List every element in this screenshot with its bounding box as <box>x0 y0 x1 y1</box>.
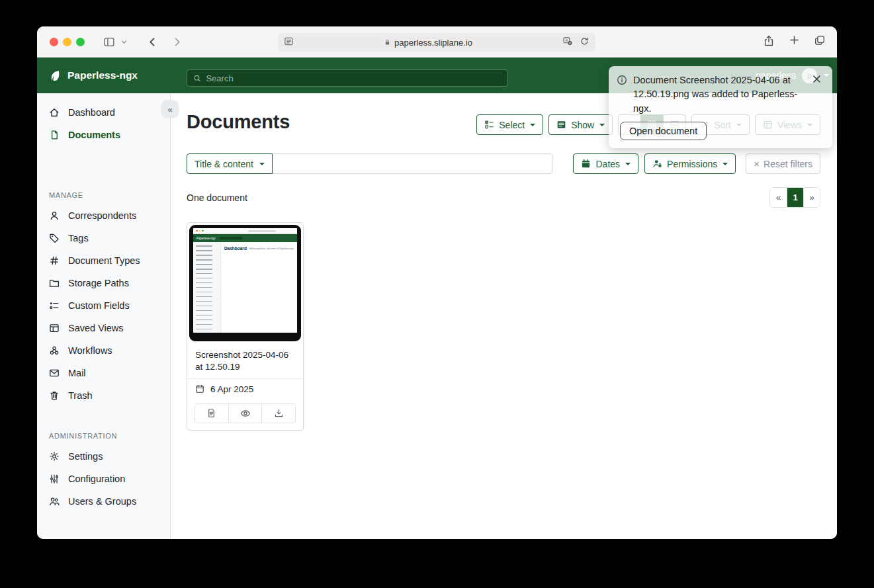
workflows-icon <box>49 345 60 356</box>
trash-icon <box>49 390 60 401</box>
show-fields-icon <box>556 120 566 130</box>
custom-fields-icon <box>49 300 60 311</box>
browser-chrome: paperless.sliplane.io A <box>37 26 837 58</box>
select-dropdown-button[interactable]: Select <box>476 114 543 135</box>
document-count: One document <box>187 192 247 203</box>
home-icon <box>49 107 60 118</box>
sidebar-item-mail[interactable]: Mail <box>37 362 170 384</box>
sidebar-item-settings[interactable]: Settings <box>37 445 170 468</box>
gear-icon <box>49 451 60 462</box>
search-input[interactable] <box>206 73 502 83</box>
document-date-row: 6 Apr 2025 <box>187 378 303 399</box>
document-thumbnail[interactable]: Paperless-ngx Dashboard Hello paperless,… <box>189 225 301 341</box>
sidebar-item-trash[interactable]: Trash <box>37 384 170 407</box>
sidebar-item-custom-fields[interactable]: Custom Fields <box>37 294 170 317</box>
share-icon[interactable] <box>763 34 775 50</box>
calendar-icon <box>195 384 204 394</box>
person-lock-icon <box>652 159 662 169</box>
toast-close-button[interactable] <box>810 72 824 88</box>
pagination-page-1[interactable]: 1 <box>787 188 803 207</box>
tag-icon <box>49 233 60 243</box>
thumbnail-welcome-text: Hello paperless, welcome to Paperless-ng… <box>249 247 294 250</box>
person-icon <box>49 210 60 221</box>
sidebar-item-tags[interactable]: Tags <box>37 227 170 249</box>
reload-icon[interactable] <box>580 36 590 48</box>
chevron-down-icon <box>530 124 535 126</box>
download-document-button[interactable] <box>261 404 295 423</box>
sidebar-item-configuration[interactable]: Configuration <box>37 468 170 490</box>
sidebar-item-label: Custom Fields <box>68 300 130 311</box>
sidebar-item-label: Mail <box>68 368 86 378</box>
forward-button[interactable] <box>171 36 183 48</box>
sidebar-item-label: Correspondents <box>68 210 136 221</box>
title-content-search-input[interactable] <box>273 153 553 174</box>
preview-document-button[interactable] <box>228 404 262 423</box>
sidebar-toggle-icon[interactable] <box>103 36 116 48</box>
search-icon <box>193 74 201 83</box>
pagination-prev-button[interactable]: « <box>770 188 787 207</box>
select-checks-icon <box>484 120 494 130</box>
tab-group-chevron-icon[interactable] <box>120 38 128 46</box>
browser-window: paperless.sliplane.io A <box>37 26 837 539</box>
app-logo[interactable]: Paperless-ngx <box>48 69 138 82</box>
toast-message: Document Screenshot 2025-04-06 at 12.50.… <box>633 73 807 116</box>
calendar-icon <box>581 159 591 169</box>
back-button[interactable] <box>147 36 158 48</box>
pagination: « 1 » <box>769 187 820 208</box>
sidebar-item-dashboard[interactable]: Dashboard <box>37 101 170 124</box>
sidebar-item-label: Document Types <box>68 255 140 266</box>
chevron-down-icon <box>259 163 265 165</box>
translate-icon[interactable]: A <box>562 36 573 48</box>
folder-icon <box>49 278 60 288</box>
close-icon <box>811 73 822 85</box>
minimize-window-button[interactable] <box>63 38 71 46</box>
address-bar[interactable]: paperless.sliplane.io A <box>278 33 595 52</box>
tab-overview-icon[interactable] <box>814 34 826 50</box>
permissions-dropdown-button[interactable]: Permissions <box>644 153 736 174</box>
document-card: Paperless-ngx Dashboard Hello paperless,… <box>187 222 304 431</box>
sidebar-item-users-groups[interactable]: Users & Groups <box>37 490 170 513</box>
sidebar-item-label: Settings <box>68 451 103 462</box>
new-tab-icon[interactable] <box>789 34 800 50</box>
document-actions <box>195 403 296 423</box>
sidebar-item-saved-views[interactable]: Saved Views <box>37 317 170 339</box>
documents-icon <box>49 130 60 140</box>
people-icon <box>49 496 60 507</box>
sidebar: « Dashboard Documents MANAGE Corresponde… <box>37 93 171 539</box>
open-document-button[interactable]: Open document <box>620 122 707 140</box>
edit-document-button[interactable] <box>195 404 228 423</box>
close-window-button[interactable] <box>50 38 58 46</box>
lock-icon <box>384 38 391 46</box>
sidebar-item-label: Trash <box>68 390 93 401</box>
sidebar-collapse-button[interactable]: « <box>161 101 179 118</box>
sidebar-section-administration: ADMINISTRATION <box>49 432 158 440</box>
thumbnail-app-header: Paperless-ngx <box>193 234 297 242</box>
zoom-window-button[interactable] <box>76 38 85 46</box>
sidebar-item-document-types[interactable]: Document Types <box>37 249 170 272</box>
sidebar-item-label: Configuration <box>68 474 125 484</box>
sidebar-item-label: Users & Groups <box>68 496 136 507</box>
document-title-link[interactable]: Screenshot 2025-04-06 at 12.50.19 <box>187 343 303 378</box>
svg-text:A: A <box>565 38 568 42</box>
pagination-next-button[interactable]: » <box>803 188 820 207</box>
sidebar-item-workflows[interactable]: Workflows <box>37 339 170 362</box>
sidebar-item-label: Documents <box>68 130 120 140</box>
leaf-logo-icon <box>48 69 61 82</box>
app-title: Paperless-ngx <box>67 69 138 81</box>
dates-dropdown-button[interactable]: Dates <box>573 153 638 174</box>
show-dropdown-button[interactable]: Show <box>548 114 613 135</box>
eye-icon <box>240 408 251 419</box>
notification-toast: Document Screenshot 2025-04-06 at 12.50.… <box>609 66 832 148</box>
download-icon <box>274 408 284 418</box>
sidebar-item-documents[interactable]: Documents <box>37 124 170 146</box>
sidebar-item-correspondents[interactable]: Correspondents <box>37 204 170 227</box>
reader-mode-icon[interactable] <box>284 36 294 48</box>
sidebar-item-storage-paths[interactable]: Storage Paths <box>37 272 170 294</box>
file-text-icon <box>206 408 216 418</box>
window-controls <box>50 38 85 46</box>
chevron-down-icon <box>722 163 728 165</box>
sidebar-item-label: Dashboard <box>68 107 115 118</box>
filter-field-dropdown[interactable]: Title & content <box>187 153 273 174</box>
reset-filters-button[interactable]: × Reset filters <box>746 153 820 174</box>
thumbnail-sidebar <box>193 242 221 333</box>
